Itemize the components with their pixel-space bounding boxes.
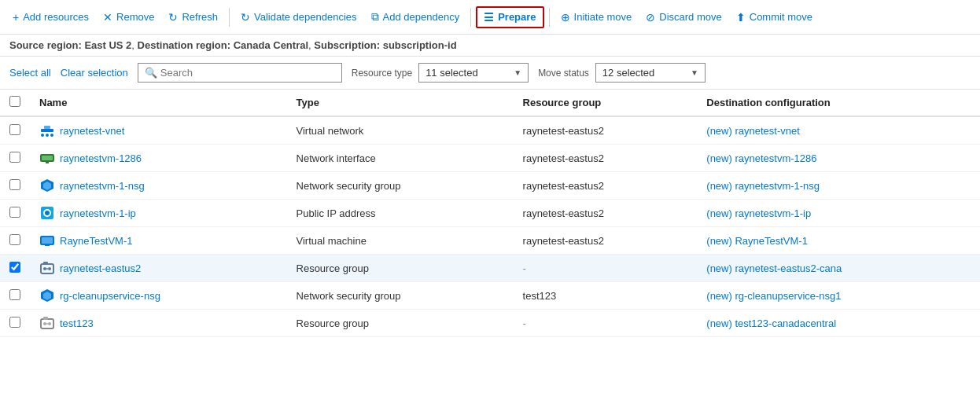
row-type-cell: Network interface (287, 145, 514, 172)
destination-config-link[interactable]: (new) rg-cleanupservice-nsg1 (706, 290, 841, 302)
resource-name-link[interactable]: raynetest-eastus2 (39, 260, 278, 276)
row-checkbox[interactable] (9, 234, 20, 245)
resource-name: raynetestvm-1-nsg (60, 180, 145, 192)
validate-dependencies-button[interactable]: ↻ Validate dependencies (234, 8, 363, 27)
resource-name-link[interactable]: raynetestvm-1286 (39, 150, 278, 166)
select-all-link[interactable]: Select all (9, 67, 51, 79)
destination-config-link[interactable]: (new) test123-canadacentral (706, 317, 836, 329)
row-checkbox-cell[interactable] (0, 172, 30, 200)
resource-group-text: raynetest-eastus2 (523, 180, 604, 192)
destination-config-link[interactable]: (new) raynetestvm-1-ip (706, 207, 811, 219)
row-dest-cell: (new) raynetestvm-1286 (697, 145, 980, 172)
row-name-cell: test123 (30, 310, 287, 337)
row-checkbox-cell[interactable] (0, 116, 30, 145)
initiate-move-button[interactable]: ⊕ Initiate move (554, 8, 639, 27)
row-checkbox[interactable] (9, 289, 20, 300)
table-row: raynetestvm-1-nsg Network security group… (0, 172, 980, 200)
row-type-cell: Network security group (287, 172, 514, 200)
svg-point-12 (45, 211, 50, 215)
row-checkbox-cell[interactable] (0, 310, 30, 337)
row-name-cell: rg-cleanupservice-nsg (30, 282, 287, 310)
resource-group-text: raynetest-eastus2 (523, 207, 604, 219)
row-type-cell: Virtual network (287, 116, 514, 145)
row-checkbox[interactable] (9, 124, 20, 135)
resource-type-icon (39, 260, 55, 276)
resource-name-link[interactable]: raynetestvm-1-ip (39, 205, 278, 221)
prepare-button[interactable]: ☰ Prepare (476, 6, 543, 28)
resource-type-text: Network security group (297, 290, 401, 302)
row-checkbox[interactable] (9, 179, 20, 190)
table-row: test123 Resource group - (new) test123-c… (0, 310, 980, 337)
resource-type-icon (39, 233, 55, 248)
row-rg-cell: raynetest-eastus2 (514, 116, 698, 145)
resource-type-text: Resource group (297, 262, 370, 274)
add-icon: + (13, 11, 19, 24)
row-rg-cell: - (514, 255, 698, 282)
resource-name-link[interactable]: RayneTestVM-1 (39, 233, 278, 248)
svg-point-25 (43, 322, 46, 325)
row-checkbox-cell[interactable] (0, 145, 30, 172)
row-checkbox[interactable] (9, 317, 20, 328)
row-checkbox[interactable] (9, 262, 20, 273)
resource-name-link[interactable]: test123 (39, 315, 278, 331)
row-dest-cell: (new) raynetest-eastus2-cana (697, 255, 980, 282)
move-status-dropdown[interactable]: 12 selected ▼ (595, 63, 706, 83)
svg-point-4 (50, 134, 53, 137)
row-dest-cell: (new) test123-canadacentral (697, 310, 980, 337)
row-checkbox[interactable] (9, 207, 20, 218)
destination-config-link[interactable]: (new) raynetestvm-1286 (706, 152, 816, 164)
add-dependency-button[interactable]: ⧉ Add dependency (365, 7, 466, 27)
resource-type-dropdown[interactable]: 11 selected ▼ (418, 63, 529, 83)
svg-point-18 (43, 267, 46, 270)
table-row: RayneTestVM-1 Virtual machine raynetest-… (0, 227, 980, 255)
clear-selection-link[interactable]: Clear selection (61, 67, 128, 79)
resource-type-icon (39, 178, 55, 193)
row-checkbox-cell[interactable] (0, 255, 30, 282)
resource-name-link[interactable]: raynetest-vnet (39, 123, 278, 138)
row-dest-cell: (new) rg-cleanupservice-nsg1 (697, 282, 980, 310)
discard-move-button[interactable]: ⊘ Discard move (639, 8, 728, 27)
prepare-icon: ☰ (484, 11, 494, 24)
select-all-checkbox-header[interactable] (0, 90, 30, 116)
filter-bar: Select all Clear selection 🔍 Resource ty… (0, 57, 980, 90)
svg-rect-7 (46, 161, 49, 163)
row-rg-cell: raynetest-eastus2 (514, 227, 698, 255)
svg-rect-1 (44, 126, 50, 129)
row-type-cell: Public IP address (287, 200, 514, 227)
search-box[interactable]: 🔍 (138, 63, 342, 83)
destination-config-link[interactable]: (new) raynetest-eastus2-cana (706, 262, 842, 274)
col-type: Type (287, 90, 514, 116)
resources-table-container: Name Type Resource group Destination con… (0, 90, 980, 337)
refresh-button[interactable]: ↻ Refresh (162, 8, 224, 27)
row-checkbox-cell[interactable] (0, 200, 30, 227)
svg-rect-17 (43, 262, 48, 265)
validate-icon: ↻ (241, 11, 250, 24)
svg-rect-0 (41, 129, 53, 132)
row-dest-cell: (new) raynetestvm-1-ip (697, 200, 980, 227)
row-name-cell: raynetestvm-1286 (30, 145, 287, 172)
resource-name-link[interactable]: raynetestvm-1-nsg (39, 178, 278, 193)
svg-rect-14 (42, 237, 53, 244)
commit-move-button[interactable]: ⬆ Commit move (730, 8, 819, 27)
select-all-checkbox[interactable] (9, 96, 20, 107)
svg-point-19 (48, 267, 51, 270)
row-name-cell: raynetestvm-1-nsg (30, 172, 287, 200)
commit-move-icon: ⬆ (736, 11, 746, 24)
add-resources-button[interactable]: + Add resources (6, 8, 95, 27)
resource-group-text: - (523, 262, 526, 274)
row-checkbox-cell[interactable] (0, 227, 30, 255)
resource-group-text: raynetest-eastus2 (523, 152, 604, 164)
remove-button[interactable]: ✕ Remove (97, 8, 160, 27)
destination-config-link[interactable]: (new) raynetestvm-1-nsg (706, 180, 820, 192)
refresh-icon: ↻ (168, 11, 178, 24)
destination-config-link[interactable]: (new) RayneTestVM-1 (706, 235, 808, 247)
search-input[interactable] (160, 67, 335, 79)
row-checkbox[interactable] (9, 152, 20, 163)
destination-config-link[interactable]: (new) raynetest-vnet (706, 125, 800, 137)
search-icon: 🔍 (145, 67, 157, 79)
resource-name-link[interactable]: rg-cleanupservice-nsg (39, 288, 278, 303)
table-row: raynetest-eastus2 Resource group - (new)… (0, 255, 980, 282)
row-checkbox-cell[interactable] (0, 282, 30, 310)
row-name-cell: raynetest-eastus2 (30, 255, 287, 282)
resources-table: Name Type Resource group Destination con… (0, 90, 980, 337)
